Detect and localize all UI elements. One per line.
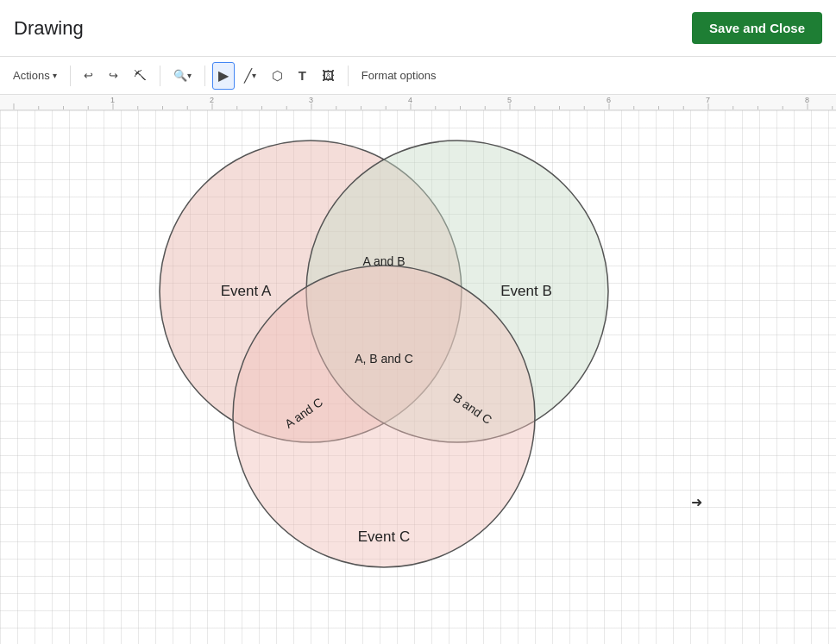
ruler-canvas: [0, 95, 836, 110]
shapes-icon: ⬡: [272, 68, 283, 84]
cursor-indicator: ➜: [691, 494, 702, 510]
zoom-button[interactable]: 🔍 ▾: [167, 62, 198, 90]
ruler: [0, 95, 836, 110]
venn-svg: Event A Event B Event C A and B A and C …: [112, 119, 647, 576]
redo-icon: ↪: [109, 69, 118, 82]
toolbar-divider-4: [348, 66, 349, 86]
shapes-button[interactable]: ⬡: [266, 62, 289, 90]
paint-format-icon: ⛏: [134, 68, 147, 83]
paint-format-button[interactable]: ⛏: [128, 62, 153, 90]
select-cursor-icon: ▶: [218, 67, 229, 84]
image-button[interactable]: 🖼: [316, 62, 341, 90]
label-event-c: Event C: [358, 528, 410, 545]
image-icon: 🖼: [322, 68, 335, 83]
format-options-label: Format options: [361, 69, 437, 82]
toolbar-divider-2: [160, 66, 160, 86]
label-event-b: Event B: [500, 283, 552, 299]
label-event-a: Event A: [221, 283, 272, 299]
undo-button[interactable]: ↩: [78, 62, 99, 90]
app-title: Drawing: [14, 17, 84, 40]
zoom-dropdown-icon: ▾: [187, 71, 192, 80]
venn-diagram: Event A Event B Event C A and B A and C …: [112, 119, 647, 576]
line-icon: ╱: [244, 68, 252, 84]
label-a-and-b: A and B: [362, 254, 405, 268]
line-button[interactable]: ╱ ▾: [238, 62, 262, 90]
format-options-button[interactable]: Format options: [355, 62, 443, 90]
actions-dropdown-icon: ▾: [53, 71, 57, 80]
canvas-area[interactable]: Event A Event B Event C A and B A and C …: [0, 110, 836, 644]
line-dropdown-icon: ▾: [252, 71, 256, 80]
redo-button[interactable]: ↪: [103, 62, 124, 90]
label-a-b-and-c: A, B and C: [355, 352, 413, 366]
undo-icon: ↩: [84, 69, 93, 82]
toolbar-divider-1: [70, 66, 71, 86]
zoom-icon: 🔍: [173, 69, 187, 82]
toolbar-divider-3: [204, 66, 205, 86]
toolbar: Actions ▾ ↩ ↪ ⛏ 🔍 ▾ ▶ ╱ ▾ ⬡ T 🖼 Format o…: [0, 57, 836, 95]
actions-label: Actions: [13, 69, 50, 82]
select-button[interactable]: ▶: [212, 62, 235, 90]
header: Drawing Save and Close: [0, 0, 836, 57]
textbox-icon: T: [299, 68, 306, 83]
actions-button[interactable]: Actions ▾: [7, 62, 63, 90]
textbox-button[interactable]: T: [292, 62, 312, 90]
save-close-button[interactable]: Save and Close: [692, 12, 822, 44]
